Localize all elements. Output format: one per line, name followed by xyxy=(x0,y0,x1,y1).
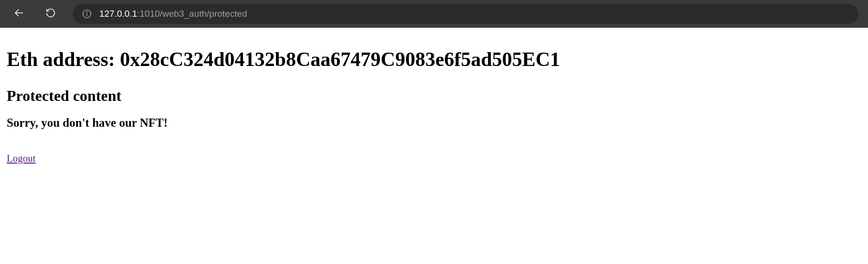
refresh-button[interactable] xyxy=(41,4,60,23)
url-text: 127.0.0.1:1010/web3_auth/protected xyxy=(99,9,247,19)
logout-link[interactable]: Logout xyxy=(7,153,36,165)
back-button[interactable] xyxy=(10,4,29,23)
url-host: 127.0.0.1 xyxy=(99,9,137,19)
address-bar[interactable]: 127.0.0.1:1010/web3_auth/protected xyxy=(73,4,858,24)
browser-toolbar: 127.0.0.1:1010/web3_auth/protected xyxy=(0,0,868,28)
info-icon xyxy=(82,9,92,19)
arrow-left-icon xyxy=(13,7,25,21)
refresh-icon xyxy=(45,8,56,20)
eth-address-heading: Eth address: 0x28cC324d04132b8Caa67479C9… xyxy=(7,48,861,71)
protected-content-heading: Protected content xyxy=(7,87,861,105)
svg-point-3 xyxy=(87,12,87,12)
nft-message-heading: Sorry, you don't have our NFT! xyxy=(7,116,861,130)
page-content: Eth address: 0x28cC324d04132b8Caa67479C9… xyxy=(0,28,868,171)
url-path: :1010/web3_auth/protected xyxy=(137,9,247,19)
